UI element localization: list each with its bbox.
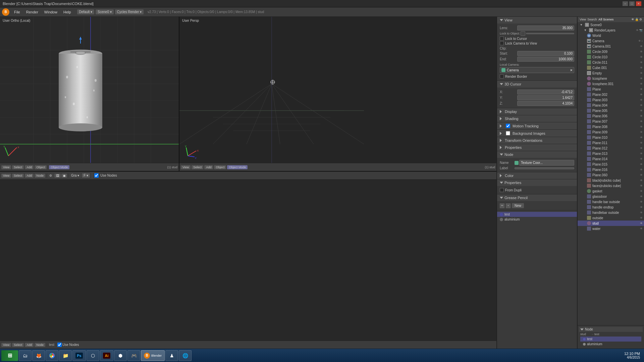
outliner-plane004[interactable]: Plane.004 👁: [578, 103, 644, 108]
taskbar-app6[interactable]: ⬢: [114, 350, 127, 361]
empty-eye[interactable]: 👁: [640, 72, 643, 75]
persp-toolbar[interactable]: View Select Add Object Object Mode (1) s…: [179, 163, 496, 171]
engine-selector[interactable]: Cycles Render ▾: [115, 9, 144, 14]
minimize-button[interactable]: –: [623, 1, 628, 6]
viewport-ortho[interactable]: User Ortho (Local): [0, 17, 179, 171]
bg-images-check[interactable]: [506, 131, 510, 135]
outliner-camera001[interactable]: 📷 Camera.001 👁: [578, 44, 644, 49]
plane008-eye[interactable]: 👁: [640, 125, 643, 128]
outliner-water[interactable]: water 👁: [578, 226, 644, 231]
persp-select-btn[interactable]: Select: [192, 165, 203, 169]
gasket-eye[interactable]: 👁: [640, 190, 643, 193]
outliner-plane[interactable]: Plane 👁: [578, 86, 644, 92]
outliner-world[interactable]: W World: [578, 33, 644, 38]
vp-select-btn[interactable]: Select: [12, 165, 24, 169]
persp-add-btn[interactable]: Add: [204, 165, 213, 169]
clip-start-value[interactable]: 0.100: [517, 51, 574, 56]
node-toolbar-top[interactable]: View Select Add Node ⚙ 🖼 ◼ Gra ▾ F ▾ Use…: [0, 172, 496, 180]
shading-header[interactable]: Shading: [497, 115, 577, 122]
circle010-eye[interactable]: 👁: [640, 56, 643, 59]
plane016-eye[interactable]: 👁: [640, 168, 643, 171]
from-dupli-check[interactable]: From Dupli: [500, 188, 574, 192]
outliner-plane002[interactable]: Plane.002 👁: [578, 92, 644, 97]
node-label-value[interactable]: [515, 167, 574, 169]
ne-shader-btn[interactable]: ⚙: [48, 174, 54, 178]
lock-obj-value[interactable]: [526, 33, 574, 34]
taskbar-chrome[interactable]: [46, 350, 58, 361]
node-section-header[interactable]: Node: [497, 151, 577, 158]
handlebar-outside-eye[interactable]: 👁: [640, 211, 643, 214]
gp-section-header[interactable]: Grease Pencil: [497, 194, 577, 201]
cursor-x-value[interactable]: -0.4712: [517, 89, 574, 95]
rl-eye[interactable]: 👁: [636, 29, 639, 32]
outliner-handlebar-outside[interactable]: handlebar outside 👁: [578, 210, 644, 215]
outliner-handle-bar[interactable]: handle bar outside 👁: [578, 199, 644, 204]
cursor-y-value[interactable]: 1.6427: [517, 95, 574, 100]
close-button[interactable]: ✕: [636, 1, 641, 6]
ol-icon2[interactable]: 🔒: [635, 18, 639, 21]
plane012-eye[interactable]: 👁: [640, 147, 643, 150]
menu-window[interactable]: Window: [42, 9, 60, 15]
persp-view-btn[interactable]: View: [181, 165, 191, 169]
outliner-cube001[interactable]: Cube.001 👁: [578, 65, 644, 70]
outliner-plane009[interactable]: Plane.009 👁: [578, 129, 644, 135]
handle-bar-eye[interactable]: 👁: [640, 200, 643, 203]
circle011-eye[interactable]: 👁: [640, 61, 643, 64]
gp-draw-icon[interactable]: ✏: [500, 203, 504, 208]
persp-mode-btn[interactable]: Object Mode: [227, 165, 248, 169]
plane-eye[interactable]: 👁: [640, 88, 643, 91]
ne-composite-btn[interactable]: 🖼: [54, 174, 61, 178]
lock-camera-check[interactable]: Lock Camera to View: [500, 41, 574, 45]
plane015-eye[interactable]: 👁: [640, 163, 643, 166]
nl-aluminium-row[interactable]: aluminium: [580, 342, 641, 347]
plane004-eye[interactable]: 👁: [640, 104, 643, 107]
transform-orient-header[interactable]: Transform Orientations: [497, 137, 577, 144]
outliner-outside[interactable]: outside 👁: [578, 215, 644, 221]
cube001-eye[interactable]: 👁: [640, 66, 643, 69]
outliner-plane016[interactable]: Plane.016 👁: [578, 167, 644, 172]
lock-cursor-check[interactable]: Lock to Cursor: [500, 37, 574, 41]
outliner-glassdoor[interactable]: glassdoor 👁: [578, 194, 644, 199]
ol-icon3[interactable]: ⚙: [639, 18, 642, 21]
outliner-plane011[interactable]: Plane.011 👁: [578, 140, 644, 145]
start-button[interactable]: ⊞: [1, 350, 18, 361]
handle-endtop-eye[interactable]: 👁: [640, 206, 643, 209]
outliner-handle-endtop[interactable]: handle endtop 👁: [578, 204, 644, 210]
node-name-value[interactable]: Texture Coor...: [519, 160, 574, 166]
outliner-circle011[interactable]: Circle.011 👁: [578, 60, 644, 65]
plane007-eye[interactable]: 👁: [640, 120, 643, 123]
plane010-eye[interactable]: 👁: [640, 136, 643, 139]
water-eye[interactable]: 👁: [640, 227, 643, 230]
stud-eye[interactable]: 👁: [640, 222, 643, 225]
ne-view2-btn[interactable]: View: [1, 343, 11, 347]
bg-images-header[interactable]: Background Images: [497, 130, 577, 137]
outliner-gasket[interactable]: gasket 👁: [578, 188, 644, 194]
outliner-plane014[interactable]: Plane.014 👁: [578, 156, 644, 162]
ne-select2-btn[interactable]: Select: [12, 343, 24, 347]
nl-test-row[interactable]: test: [580, 337, 641, 342]
outliner-icosphere[interactable]: Icosphere 👁: [578, 76, 644, 81]
outliner-renderlayers[interactable]: ▼ R RenderLayers 👁 📷: [578, 27, 644, 33]
search-btn-ol[interactable]: Search: [587, 18, 597, 21]
plane011-eye[interactable]: 👁: [640, 141, 643, 144]
plane002-eye[interactable]: 👁: [640, 93, 643, 96]
ol-node-header[interactable]: Node: [579, 327, 643, 332]
viewport-persp[interactable]: User Persp: [179, 17, 496, 171]
outliner-plane015[interactable]: Plane.015 👁: [578, 162, 644, 167]
taskbar-app5[interactable]: ⬡: [87, 350, 99, 361]
vp-add-btn[interactable]: Add: [25, 165, 34, 169]
node-properties-header[interactable]: Properties: [497, 179, 577, 186]
cursor-header[interactable]: 3D Cursor: [497, 81, 577, 87]
taskbar-steam[interactable]: ♟: [165, 350, 178, 361]
outliner-plane007[interactable]: Plane.007 👁: [578, 119, 644, 124]
scene-selector[interactable]: Scene0 ▾: [96, 9, 114, 14]
outliner-stud[interactable]: stud 👁: [578, 221, 644, 226]
color-header[interactable]: Color: [497, 172, 577, 179]
taskbar-firefox[interactable]: 🦊: [32, 350, 45, 361]
use-nodes-check2[interactable]: [57, 343, 62, 347]
ortho-toolbar[interactable]: View Select Add Object Object Mode (1) s…: [0, 163, 179, 171]
ne-node-btn[interactable]: Node: [35, 174, 45, 178]
lens-value[interactable]: 35.000: [517, 25, 574, 31]
cam001-eye[interactable]: 👁: [640, 45, 643, 48]
taskbar-app7[interactable]: 🎮: [127, 350, 140, 361]
